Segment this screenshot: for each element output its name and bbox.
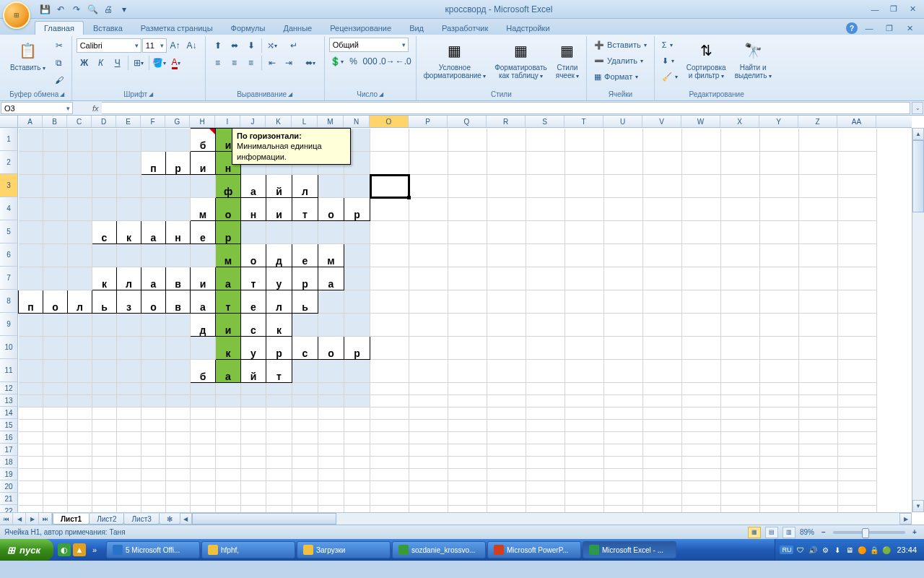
cell[interactable]: и [191, 152, 216, 175]
cell[interactable] [117, 444, 141, 457]
row-header[interactable]: 19 [0, 468, 17, 480]
cell[interactable] [370, 432, 409, 444]
cell[interactable] [721, 444, 760, 457]
cell[interactable] [487, 314, 526, 337]
cell[interactable] [838, 198, 877, 221]
tab-page-layout[interactable]: Разметка страницы [132, 22, 222, 35]
find-select-button[interactable]: 🔭 Найти и выделить [732, 38, 775, 82]
cell[interactable] [370, 244, 409, 267]
cell[interactable] [721, 314, 760, 337]
zoom-out-button[interactable]: − [819, 528, 829, 536]
cell[interactable] [19, 152, 43, 175]
grow-font-icon[interactable]: A↑ [167, 38, 183, 53]
cell[interactable] [565, 493, 604, 506]
cell[interactable] [604, 407, 643, 420]
new-sheet-button[interactable]: ✻ [159, 514, 180, 525]
start-button[interactable]: ⊞ пуск [0, 539, 53, 561]
col-header[interactable]: Q [448, 116, 487, 127]
cell[interactable]: р [266, 337, 292, 360]
cell[interactable] [68, 175, 92, 198]
cell[interactable] [604, 267, 643, 290]
cell[interactable] [799, 244, 838, 267]
cell[interactable] [68, 407, 92, 420]
cell[interactable]: а [216, 267, 241, 290]
cell[interactable] [565, 420, 604, 432]
cell[interactable] [216, 457, 241, 469]
cell[interactable] [141, 444, 166, 457]
cell[interactable] [68, 395, 92, 407]
tray-icon[interactable]: 🖥 [845, 545, 855, 555]
cell[interactable] [565, 221, 604, 244]
cell[interactable] [166, 444, 191, 457]
cell[interactable] [92, 314, 117, 337]
cell[interactable] [838, 469, 877, 481]
cell[interactable] [448, 360, 487, 383]
cell[interactable] [19, 383, 43, 395]
zoom-slider[interactable] [833, 531, 905, 534]
cell[interactable] [241, 444, 266, 457]
cell[interactable] [370, 444, 409, 457]
cell[interactable] [344, 175, 370, 198]
cell[interactable] [19, 481, 43, 493]
cell[interactable] [526, 432, 565, 444]
cell[interactable] [409, 407, 448, 420]
cell[interactable] [760, 444, 799, 457]
cell[interactable] [166, 481, 191, 493]
cell[interactable] [760, 290, 799, 314]
cell[interactable] [19, 506, 43, 513]
cell[interactable] [838, 290, 877, 314]
cell[interactable] [799, 420, 838, 432]
cell[interactable] [43, 457, 68, 469]
cell[interactable] [643, 152, 682, 175]
row-header[interactable]: 11 [0, 359, 17, 382]
col-header[interactable]: S [526, 116, 565, 127]
cell[interactable] [318, 383, 344, 395]
cell[interactable] [760, 221, 799, 244]
align-left-icon[interactable]: ≡ [210, 55, 226, 71]
cell[interactable] [216, 493, 241, 506]
cell[interactable] [43, 152, 68, 175]
cell[interactable] [370, 337, 409, 360]
cell[interactable] [643, 383, 682, 395]
row-header[interactable]: 3 [0, 174, 17, 197]
cell[interactable] [487, 444, 526, 457]
cell[interactable] [241, 383, 266, 395]
cell[interactable] [682, 267, 721, 290]
cell[interactable]: в [166, 267, 191, 290]
cell[interactable] [565, 129, 604, 152]
cell[interactable] [92, 506, 117, 513]
cell[interactable] [604, 244, 643, 267]
cell[interactable] [166, 457, 191, 469]
cell[interactable] [448, 221, 487, 244]
cell[interactable] [487, 493, 526, 506]
cell[interactable] [487, 337, 526, 360]
cell[interactable] [43, 407, 68, 420]
cell[interactable] [166, 175, 191, 198]
cell[interactable] [799, 337, 838, 360]
shrink-font-icon[interactable]: A↓ [184, 38, 200, 53]
cell[interactable] [643, 395, 682, 407]
cell[interactable] [318, 469, 344, 481]
cell[interactable] [838, 129, 877, 152]
cell[interactable]: а [241, 175, 266, 198]
tray-icon[interactable]: 🛡 [796, 545, 806, 555]
vscroll-thumb[interactable] [912, 140, 924, 212]
cell[interactable] [487, 432, 526, 444]
cell[interactable] [216, 395, 241, 407]
col-header[interactable]: C [67, 116, 92, 127]
cell[interactable] [68, 506, 92, 513]
cell[interactable] [68, 314, 92, 337]
cell[interactable] [448, 506, 487, 513]
cell[interactable] [68, 457, 92, 469]
cell[interactable]: о [141, 290, 166, 314]
cell[interactable] [344, 267, 370, 290]
cell[interactable] [166, 337, 191, 360]
cell[interactable] [166, 469, 191, 481]
sheet-tab-2[interactable]: Лист2 [89, 514, 124, 525]
cell[interactable] [292, 469, 318, 481]
cell[interactable] [604, 444, 643, 457]
cell[interactable] [799, 432, 838, 444]
cell[interactable] [166, 407, 191, 420]
col-header[interactable]: G [165, 116, 190, 127]
col-header[interactable]: D [92, 116, 116, 127]
